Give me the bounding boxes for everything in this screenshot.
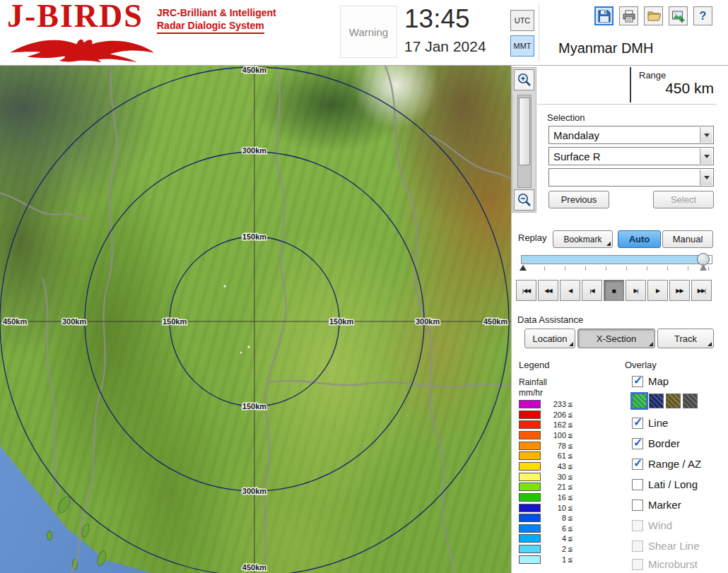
- control-panel: Range 450 km Selection Mandalay Surface …: [511, 66, 728, 573]
- corner-triangle-icon: [708, 342, 712, 346]
- overlay-label: Microburst: [648, 558, 698, 570]
- checkbox-range-az[interactable]: [632, 459, 643, 470]
- previous-button[interactable]: Previous: [548, 191, 609, 208]
- chevron-down-icon[interactable]: [700, 127, 712, 143]
- checkbox-map[interactable]: [632, 376, 643, 387]
- chevron-down-icon[interactable]: [700, 148, 712, 164]
- range-label: 450km: [242, 66, 266, 74]
- overlay-item-marker[interactable]: Marker: [632, 499, 681, 511]
- zoom-out-button[interactable]: [514, 189, 534, 211]
- legend-row: 43≦: [519, 461, 573, 471]
- track-button[interactable]: Track: [657, 329, 714, 348]
- select-button[interactable]: Select: [653, 191, 714, 208]
- overlay-title: Overlay: [625, 360, 657, 370]
- media-step-forward-button[interactable]: ▶|: [626, 280, 646, 301]
- xsection-label: X-Section: [597, 333, 636, 344]
- media-play-button[interactable]: ▶: [647, 280, 668, 301]
- media-skip-end-button[interactable]: ▶▶|: [691, 280, 712, 301]
- media-stop-button[interactable]: ■: [604, 280, 624, 301]
- legend-value: 78: [541, 442, 566, 450]
- overlay-item-line[interactable]: Line: [632, 417, 668, 429]
- overlay-item-lati-long[interactable]: Lati / Long: [632, 478, 698, 490]
- logo-tagline-1: JRC-Brilliant & Intelligent: [157, 7, 276, 18]
- checkbox-marker[interactable]: [632, 500, 643, 511]
- legend-row: 30≦: [519, 472, 573, 481]
- media-play-reverse-button[interactable]: ◀: [560, 280, 580, 301]
- legend-value: 16: [541, 493, 566, 502]
- zoom-slider-thumb[interactable]: [519, 98, 530, 165]
- xsection-button[interactable]: X-Section: [577, 329, 655, 348]
- overlay-item-border[interactable]: Border: [632, 437, 680, 449]
- bookmark-button[interactable]: Bookmark: [553, 230, 613, 248]
- mmt-button[interactable]: MMT: [510, 35, 534, 57]
- legend-row: 206≦: [519, 410, 573, 419]
- lte-symbol: ≦: [568, 556, 573, 563]
- print-button[interactable]: [619, 6, 638, 25]
- product-dropdown[interactable]: Surface R: [548, 147, 714, 165]
- help-button[interactable]: ?: [693, 6, 712, 25]
- track-label: Track: [674, 333, 697, 344]
- site-dropdown[interactable]: Mandalay: [548, 126, 714, 144]
- legend-subtitle-1: Rainfall: [519, 377, 547, 387]
- range-underline: [537, 104, 717, 105]
- legend-swatch: [519, 514, 541, 522]
- open-folder-button[interactable]: [644, 6, 663, 25]
- media-fast-rewind-button[interactable]: ◀◀: [538, 280, 558, 301]
- range-label: 150km: [163, 317, 187, 326]
- checkbox-wind: [632, 520, 643, 531]
- zoom-slider-track[interactable]: [517, 95, 532, 188]
- lte-symbol: ≦: [568, 421, 573, 428]
- location-button[interactable]: Location: [524, 329, 575, 348]
- range-label: 450km: [3, 317, 27, 326]
- legend-subtitle-2: mm/hr: [519, 388, 543, 398]
- map-palette-swatch-gray[interactable]: [683, 394, 698, 408]
- media-skip-start-button[interactable]: |◀◀: [516, 280, 536, 301]
- media-controls: |◀◀ ◀◀ ◀ |◀ ■ ▶| ▶ ▶▶ ▶▶|: [516, 280, 712, 301]
- checkbox-lati-long[interactable]: [632, 479, 643, 490]
- checkbox-microburst: [632, 559, 643, 570]
- bookmark-label: Bookmark: [563, 235, 601, 244]
- overlay-label: Marker: [648, 499, 681, 511]
- auto-button[interactable]: Auto: [618, 230, 661, 248]
- site-dropdown-value: Mandalay: [553, 129, 599, 141]
- chevron-down-icon[interactable]: [700, 170, 712, 185]
- media-fast-forward-button[interactable]: ▶▶: [669, 280, 690, 301]
- map-palette-swatch-green[interactable]: [632, 394, 647, 408]
- radar-map[interactable]: 450km 300km 150km 150km 300km 450km 450k…: [0, 66, 511, 573]
- overlay-item-map[interactable]: Map: [632, 375, 669, 387]
- save-button[interactable]: [594, 6, 613, 25]
- lte-symbol: ≦: [568, 545, 573, 553]
- overlay-item-microburst: Microburst: [632, 558, 698, 570]
- manual-button[interactable]: Manual: [662, 230, 713, 248]
- map-palette-swatch-navy[interactable]: [649, 394, 664, 408]
- export-image-button[interactable]: [669, 6, 688, 25]
- replay-slider[interactable]: [521, 255, 712, 264]
- legend-row: 21≦: [519, 482, 573, 491]
- legend-swatch: [519, 400, 541, 408]
- location-label: Location: [532, 333, 567, 344]
- utc-button[interactable]: UTC: [510, 10, 534, 31]
- replay-slider-fill: [522, 256, 704, 264]
- range-label: Range: [639, 70, 666, 81]
- warning-label: Warning: [349, 26, 388, 38]
- legend-row: 61≦: [519, 451, 573, 460]
- overlay-label: Wind: [648, 519, 672, 531]
- legend-swatch: [519, 420, 541, 429]
- extra-dropdown[interactable]: [548, 168, 714, 187]
- warning-status: Warning: [340, 6, 397, 58]
- checkbox-line[interactable]: [632, 418, 643, 429]
- logo-tagline-2: Radar Dialogic System: [157, 20, 264, 34]
- media-step-back-button[interactable]: |◀: [582, 280, 602, 301]
- zoom-in-button[interactable]: [514, 69, 534, 90]
- legend-value: 8: [541, 514, 566, 522]
- checkbox-shear-line: [632, 540, 643, 552]
- legend-swatch: [519, 431, 541, 439]
- corner-triangle-icon: [649, 342, 653, 346]
- checkbox-border[interactable]: [632, 438, 643, 449]
- legend-row: 162≦: [519, 420, 573, 429]
- overlay-item-range-az[interactable]: Range / AZ: [632, 458, 701, 470]
- legend-row: 4≦: [519, 533, 573, 543]
- folder-open-icon: [647, 9, 661, 23]
- legend-swatch: [519, 442, 541, 450]
- map-palette-swatch-olive[interactable]: [666, 394, 681, 408]
